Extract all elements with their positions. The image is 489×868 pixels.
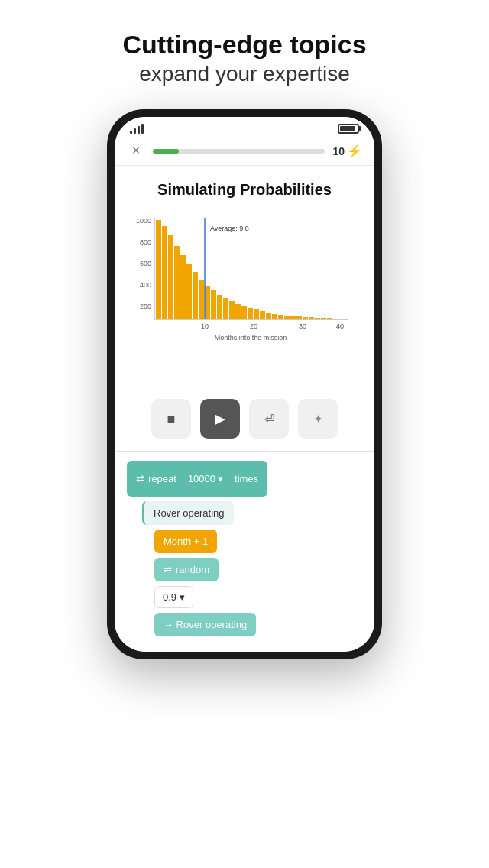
svg-text:400: 400 xyxy=(140,281,151,289)
top-bar: × 10 ⚡ xyxy=(115,137,374,166)
svg-rect-22 xyxy=(248,308,253,319)
assign-label: → Rover operating xyxy=(164,619,247,630)
headline: Cutting-edge topics expand your expertis… xyxy=(92,31,397,109)
svg-rect-17 xyxy=(217,295,222,319)
svg-rect-21 xyxy=(241,306,247,319)
rover-label: Rover operating xyxy=(154,507,225,519)
svg-rect-36 xyxy=(333,319,338,319)
svg-rect-25 xyxy=(266,313,271,319)
xp-badge: 10 ⚡ xyxy=(332,144,362,158)
svg-rect-15 xyxy=(205,286,210,319)
svg-rect-18 xyxy=(223,298,228,319)
random-row: ⇌ random xyxy=(127,558,362,581)
svg-rect-26 xyxy=(272,314,277,319)
svg-rect-20 xyxy=(235,304,241,319)
reset-button[interactable]: ⏎ xyxy=(249,399,289,439)
code-block: ⇄ repeat 10000 ▾ times Rover operati xyxy=(127,461,362,636)
svg-rect-29 xyxy=(290,316,296,319)
threshold-dropdown-arrow: ▾ xyxy=(180,591,185,603)
chart-container: 1000 800 600 400 200 xyxy=(115,206,374,355)
svg-text:40: 40 xyxy=(336,322,344,330)
progress-fill xyxy=(153,149,179,154)
probability-chart: 1000 800 600 400 200 xyxy=(130,206,359,344)
repeat-icon: ⇄ xyxy=(136,473,144,484)
rover-label-chip: Rover operating xyxy=(142,501,234,525)
phone-device: × 10 ⚡ Simulating Probabilities 1000 xyxy=(107,109,382,659)
svg-rect-33 xyxy=(315,318,320,319)
phone-screen: × 10 ⚡ Simulating Probabilities 1000 xyxy=(115,117,374,652)
svg-rect-32 xyxy=(309,317,314,319)
shuffle-icon: ⇌ xyxy=(164,564,172,575)
random-label: random xyxy=(176,564,209,575)
svg-rect-30 xyxy=(296,316,302,319)
svg-rect-11 xyxy=(180,255,186,319)
svg-text:20: 20 xyxy=(250,322,257,330)
repeat-chip[interactable]: ⇄ repeat 10000 ▾ times xyxy=(127,461,267,497)
svg-rect-13 xyxy=(193,272,198,319)
threshold-row: 0.9 ▾ xyxy=(127,586,362,608)
svg-rect-9 xyxy=(168,235,173,319)
controls-row: ■ ▶ ⏎ ✦ xyxy=(115,391,374,451)
headline-subtitle: expand your expertise xyxy=(122,62,366,86)
close-button[interactable]: × xyxy=(127,143,145,159)
svg-rect-27 xyxy=(278,315,283,319)
svg-rect-8 xyxy=(162,226,167,319)
battery-icon xyxy=(338,124,359,134)
svg-rect-10 xyxy=(174,246,180,319)
stop-icon: ■ xyxy=(167,411,176,427)
play-icon: ▶ xyxy=(215,410,225,427)
repeat-count-dropdown[interactable]: 10000 ▾ xyxy=(180,467,231,491)
svg-text:200: 200 xyxy=(140,303,151,310)
signal-icon xyxy=(130,123,144,134)
month-expr: Month + 1 xyxy=(164,536,208,547)
content-area: Simulating Probabilities 1000 800 600 40… xyxy=(115,166,374,391)
page-wrapper: Cutting-edge topics expand your expertis… xyxy=(0,0,489,868)
svg-rect-7 xyxy=(156,220,161,319)
svg-rect-28 xyxy=(284,316,290,319)
settings-icon: ✦ xyxy=(313,412,323,426)
repeat-label: repeat xyxy=(148,473,176,484)
assign-row: → Rover operating xyxy=(127,613,362,636)
svg-rect-35 xyxy=(327,318,332,319)
code-area: ⇄ repeat 10000 ▾ times Rover operati xyxy=(115,451,374,652)
repeat-row: ⇄ repeat 10000 ▾ times xyxy=(127,461,362,497)
battery-fill xyxy=(340,126,355,131)
svg-rect-34 xyxy=(321,318,326,319)
threshold-value: 0.9 xyxy=(163,591,176,603)
xp-value: 10 xyxy=(332,145,345,157)
svg-text:Months into the mission: Months into the mission xyxy=(215,334,287,342)
svg-text:10: 10 xyxy=(201,322,209,330)
reset-icon: ⏎ xyxy=(264,412,274,426)
svg-text:30: 30 xyxy=(299,322,306,330)
stop-button[interactable]: ■ xyxy=(151,399,191,439)
random-chip[interactable]: ⇌ random xyxy=(154,558,219,581)
svg-rect-31 xyxy=(303,317,308,319)
month-row: Month + 1 xyxy=(127,530,362,553)
headline-title: Cutting-edge topics xyxy=(122,31,366,59)
svg-text:600: 600 xyxy=(140,260,151,267)
svg-rect-23 xyxy=(254,309,259,319)
play-button[interactable]: ▶ xyxy=(200,399,240,439)
status-bar xyxy=(115,117,374,137)
svg-text:800: 800 xyxy=(140,238,151,246)
month-chip[interactable]: Month + 1 xyxy=(154,530,217,553)
rover-operating-row: Rover operating xyxy=(127,501,362,525)
assign-chip[interactable]: → Rover operating xyxy=(154,613,256,636)
lightning-icon: ⚡ xyxy=(347,144,362,158)
svg-rect-16 xyxy=(211,290,216,319)
svg-rect-12 xyxy=(186,264,192,319)
times-label: times xyxy=(235,473,258,484)
dropdown-arrow: ▾ xyxy=(218,473,223,484)
svg-text:1000: 1000 xyxy=(136,217,151,225)
svg-rect-14 xyxy=(199,280,204,319)
lesson-title: Simulating Probabilities xyxy=(115,166,374,206)
progress-track xyxy=(153,149,325,154)
svg-text:Average: 9.8: Average: 9.8 xyxy=(210,225,249,232)
svg-rect-24 xyxy=(260,311,265,319)
threshold-chip[interactable]: 0.9 ▾ xyxy=(154,586,193,608)
svg-rect-19 xyxy=(229,301,235,319)
settings-button[interactable]: ✦ xyxy=(298,399,338,439)
